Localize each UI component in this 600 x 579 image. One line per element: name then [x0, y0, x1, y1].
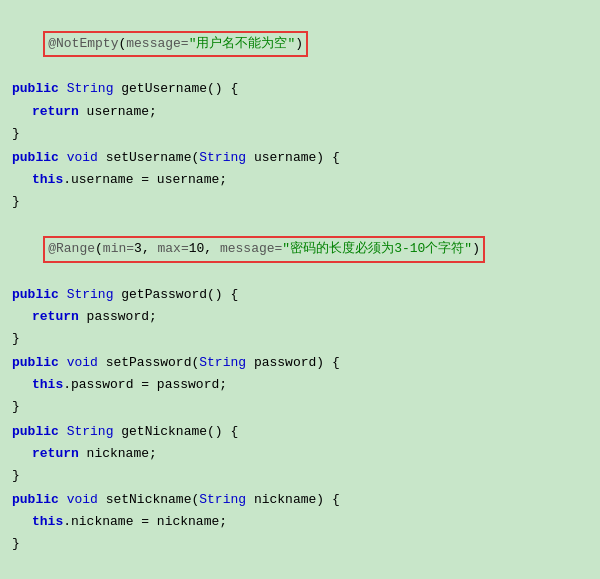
code-line: public String getPassword() { — [0, 284, 600, 306]
code-line: } — [0, 191, 600, 213]
code-line: this.password = password; — [0, 374, 600, 396]
range-box: @Range(min=3, max=10, message="密码的长度必须为3… — [43, 236, 485, 262]
code-line: public void setUsername(String username)… — [0, 147, 600, 169]
code-line: public String getNickname() { — [0, 421, 600, 443]
annotation-notEmpty: @NotEmpty(message="用户名不能为空") — [0, 10, 600, 78]
annotation-range: @Range(min=3, max=10, message="密码的长度必须为3… — [0, 215, 600, 283]
code-line: this.nickname = nickname; — [0, 511, 600, 533]
code-line: return username; — [0, 101, 600, 123]
code-editor: @NotEmpty(message="用户名不能为空") public Stri… — [0, 8, 600, 579]
code-line: } — [0, 123, 600, 145]
code-line: return nickname; — [0, 443, 600, 465]
code-line: } — [0, 533, 600, 555]
code-line: return password; — [0, 306, 600, 328]
code-line: this.username = username; — [0, 169, 600, 191]
code-line: } — [0, 396, 600, 418]
code-line: } — [0, 465, 600, 487]
annotation-email: @Email(message="邮箱的格式不正确") — [0, 557, 600, 579]
code-line: public void setNickname(String nickname)… — [0, 489, 600, 511]
code-line: public void setPassword(String password)… — [0, 352, 600, 374]
code-line: public String getUsername() { — [0, 78, 600, 100]
notEmpty-box: @NotEmpty(message="用户名不能为空") — [43, 31, 308, 57]
code-line: } — [0, 328, 600, 350]
